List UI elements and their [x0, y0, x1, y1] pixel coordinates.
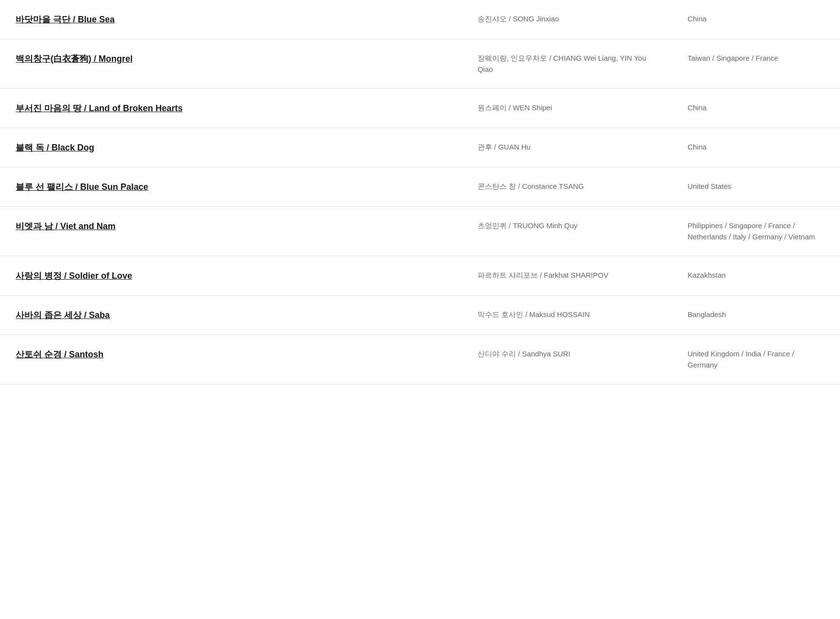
table-row: 부서진 마음의 땅 / Land of Broken Hearts원스페이 / … [0, 89, 840, 128]
film-director-cell: 장웨이량, 인요우차오 / CHIANG Wei Liang, YIN You … [462, 39, 672, 89]
film-country-cell: China [672, 0, 840, 39]
film-title[interactable]: 사랑의 병정 / Soldier of Love [16, 271, 132, 281]
film-director-cell: 관후 / GUAN Hu [462, 128, 672, 167]
film-title[interactable]: 블랙 독 / Black Dog [16, 143, 94, 152]
film-director-cell: 츠엉민퀴 / TRUONG Minh Quy [462, 207, 672, 256]
film-title[interactable]: 사바의 좁은 세상 / Saba [16, 310, 110, 320]
film-director: 장웨이량, 인요우차오 / CHIANG Wei Liang, YIN You … [478, 54, 646, 73]
film-director: 막수드 호사인 / Maksud HOSSAIN [478, 310, 590, 318]
film-title[interactable]: 바닷마을 극단 / Blue Sea [16, 15, 115, 24]
film-country-cell: United Kingdom / India / France / German… [672, 335, 840, 385]
film-director: 관후 / GUAN Hu [478, 143, 531, 151]
film-title-cell: 백의창구(白衣蒼狗) / Mongrel [0, 39, 462, 89]
table-row: 산토쉬 순경 / Santosh산디야 수리 / Sandhya SURIUni… [0, 335, 840, 385]
table-row: 사바의 좁은 세상 / Saba막수드 호사인 / Maksud HOSSAIN… [0, 296, 840, 335]
film-title-cell: 부서진 마음의 땅 / Land of Broken Hearts [0, 89, 462, 128]
film-director: 원스페이 / WEN Shipei [478, 103, 552, 112]
table-row: 블랙 독 / Black Dog관후 / GUAN HuChina [0, 128, 840, 167]
film-director-cell: 콘스탄스 창 / Constance TSANG [462, 167, 672, 207]
film-director: 송진샤오 / SONG Jinxiao [478, 15, 559, 23]
film-director: 산디야 수리 / Sandhya SURI [478, 350, 570, 358]
film-country-cell: Taiwan / Singapore / France [672, 39, 840, 89]
film-country-cell: China [672, 128, 840, 167]
film-director: 파르하트 샤리포브 / Farkhat SHARIPOV [478, 271, 608, 279]
film-title-cell: 비엣과 남 / Viet and Nam [0, 207, 462, 256]
film-title-cell: 블루 선 팰리스 / Blue Sun Palace [0, 167, 462, 207]
film-country: Philippines / Singapore / France / Nethe… [687, 221, 815, 241]
film-title-cell: 사랑의 병정 / Soldier of Love [0, 256, 462, 296]
table-row: 백의창구(白衣蒼狗) / Mongrel장웨이량, 인요우차오 / CHIANG… [0, 39, 840, 89]
film-director-cell: 파르하트 샤리포브 / Farkhat SHARIPOV [462, 256, 672, 296]
film-title[interactable]: 부서진 마음의 땅 / Land of Broken Hearts [16, 103, 183, 113]
film-title-cell: 블랙 독 / Black Dog [0, 128, 462, 167]
table-row: 블루 선 팰리스 / Blue Sun Palace콘스탄스 창 / Const… [0, 167, 840, 207]
films-table-container: 바닷마을 극단 / Blue Sea송진샤오 / SONG JinxiaoChi… [0, 0, 840, 619]
film-director-cell: 원스페이 / WEN Shipei [462, 89, 672, 128]
film-director: 츠엉민퀴 / TRUONG Minh Quy [478, 221, 578, 230]
film-country: United Kingdom / India / France / German… [687, 350, 794, 369]
film-country-cell: United States [672, 167, 840, 207]
table-row: 바닷마을 극단 / Blue Sea송진샤오 / SONG JinxiaoChi… [0, 0, 840, 39]
films-table: 바닷마을 극단 / Blue Sea송진샤오 / SONG JinxiaoChi… [0, 0, 840, 385]
film-director-cell: 송진샤오 / SONG Jinxiao [462, 0, 672, 39]
film-title[interactable]: 블루 선 팰리스 / Blue Sun Palace [16, 182, 148, 192]
table-row: 비엣과 남 / Viet and Nam츠엉민퀴 / TRUONG Minh Q… [0, 207, 840, 256]
film-title[interactable]: 백의창구(白衣蒼狗) / Mongrel [16, 54, 133, 64]
film-country-cell: Bangladesh [672, 296, 840, 335]
film-country-cell: Philippines / Singapore / France / Nethe… [672, 207, 840, 256]
film-country: Taiwan / Singapore / France [687, 54, 778, 62]
film-country-cell: China [672, 89, 840, 128]
table-row: 사랑의 병정 / Soldier of Love파르하트 샤리포브 / Fark… [0, 256, 840, 296]
film-country: United States [687, 182, 731, 190]
film-title-cell: 바닷마을 극단 / Blue Sea [0, 0, 462, 39]
film-director: 콘스탄스 창 / Constance TSANG [478, 182, 584, 190]
film-country: China [687, 143, 706, 151]
film-country: China [687, 15, 706, 23]
film-country: China [687, 103, 706, 112]
film-country: Bangladesh [687, 310, 726, 318]
film-title[interactable]: 비엣과 남 / Viet and Nam [16, 221, 116, 231]
film-title-cell: 산토쉬 순경 / Santosh [0, 335, 462, 385]
film-title[interactable]: 산토쉬 순경 / Santosh [16, 350, 103, 359]
film-country: Kazakhstan [687, 271, 725, 279]
film-country-cell: Kazakhstan [672, 256, 840, 296]
film-director-cell: 산디야 수리 / Sandhya SURI [462, 335, 672, 385]
film-director-cell: 막수드 호사인 / Maksud HOSSAIN [462, 296, 672, 335]
film-title-cell: 사바의 좁은 세상 / Saba [0, 296, 462, 335]
